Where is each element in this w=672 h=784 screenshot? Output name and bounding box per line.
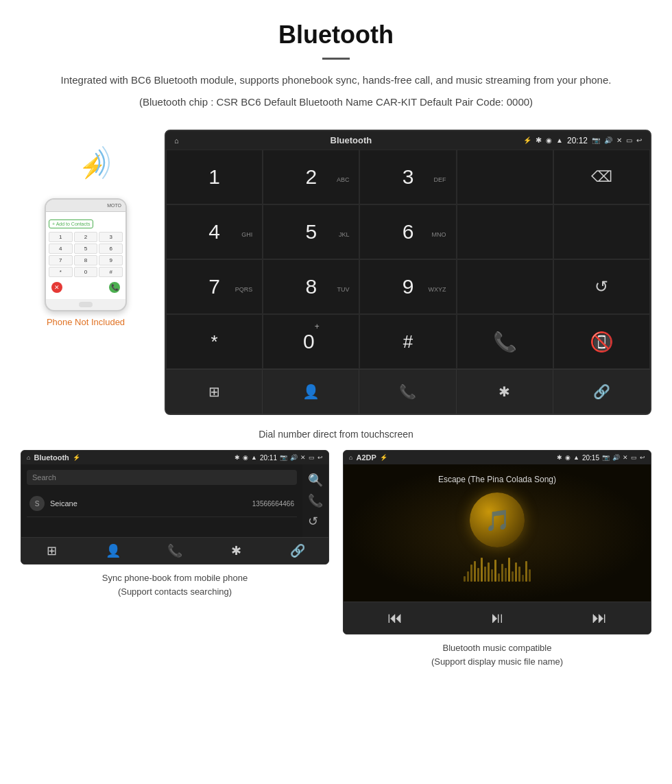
dial-key-2[interactable]: 2 ABC [263,150,359,204]
phone-call-button: 📞 [109,282,120,293]
pb-user-icon[interactable]: 👤 [83,543,145,558]
dial-empty-2 [457,204,553,259]
music-content: Escape (The Pina Colada Song) 🎵 [344,464,651,602]
contact-letter: S [29,496,45,511]
svg-text:⚡: ⚡ [79,154,106,180]
play-pause-button[interactable]: ⏯ [446,609,548,627]
signal-icon: ▲ [556,136,563,144]
music-card: ⌂ A2DP ⚡ ✱ ◉ ▲ 20:15 📷 🔊 ✕ ▭ ↩ [343,450,651,675]
phonebook-body: Search S Seicane 13566664466 🔍 📞 ↺ [21,464,328,537]
dial-key-8[interactable]: 8 TUV [263,259,359,314]
dialpad-bottom-grid-icon[interactable]: ⊞ [166,370,263,414]
pb-vol-icon: 🔊 [290,454,298,461]
music-controls: ⏮ ⏯ ⏭ [344,602,651,634]
music-song-title: Escape (The Pina Colada Song) [438,475,556,484]
phone-key-4: 4 [49,243,73,254]
phonebook-caption-line1: Sync phone-book from mobile phone [102,571,248,585]
search-side-icon[interactable]: 🔍 [305,470,326,490]
dialpad-bottom-link-icon[interactable]: 🔗 [553,370,650,414]
music-screen-title: A2DP [356,453,376,462]
pb-bt-bottom-icon[interactable]: ✱ [206,543,267,558]
phonebook-bottom-bar: ⊞ 👤 📞 ✱ 🔗 [21,537,328,564]
phonebook-search-bar[interactable]: Search [27,470,297,485]
phone-key-star: * [49,267,73,277]
phone-key-hash: # [99,267,123,277]
music-win-icon: ▭ [631,454,637,461]
phone-key-1: 1 [49,232,73,242]
phone-key-6: 6 [99,243,123,254]
pb-win-icon: ▭ [309,454,315,461]
dial-empty-1 [457,150,553,204]
dial-refresh[interactable]: ↺ [553,259,650,314]
dialpad-bottom-bar: ⊞ 👤 📞 ✱ 🔗 [166,369,650,414]
music-caption-line2: (Support display music file name) [431,655,563,669]
status-left-icons: ⌂ [174,136,179,145]
pb-phone-icon[interactable]: 📞 [144,543,206,558]
phone-home-button [79,302,93,307]
usb-icon: ⚡ [523,136,531,144]
prev-track-button[interactable]: ⏮ [344,609,446,627]
phonebook-caption: Sync phone-book from mobile phone (Suppo… [99,565,251,605]
phonebook-status-bar: ⌂ Bluetooth ⚡ ✱ ◉ ▲ 20:11 📷 🔊 ✕ ▭ ↩ [21,451,328,464]
pb-cam-icon: 📷 [280,454,287,461]
page-title: Bluetooth [27,21,645,49]
music-sig-icon: ▲ [573,454,579,461]
phonebook-caption-line2: (Support contacts searching) [102,585,248,599]
music-note-icon: 🎵 [485,508,510,532]
music-usb-icon: ⚡ [380,454,387,461]
phone-mockup: MOTO + Add to Contacts 1 2 3 4 5 6 7 8 9… [45,198,127,311]
home-icon: ⌂ [174,136,179,145]
pb-grid-icon[interactable]: ⊞ [21,543,83,558]
dial-call-red[interactable]: 📵 [553,314,650,369]
phone-key-0: 0 [74,267,98,277]
phone-bottom-row: ✕ 📞 [49,280,123,295]
pb-loc-icon: ◉ [243,454,248,461]
dial-key-star[interactable]: * [166,314,263,369]
header-divider [322,58,350,60]
phone-key-8: 8 [74,255,98,265]
dial-key-3[interactable]: 3 DEF [359,150,456,204]
header-specs: (Bluetooth chip : CSR BC6 Default Blueto… [27,94,645,110]
dialpad-caption: Dial number direct from touchscreen [0,422,672,450]
header-description: Integrated with BC6 Bluetooth module, su… [27,72,645,88]
dial-call-green[interactable]: 📞 [457,314,553,369]
dial-key-5[interactable]: 5 JKL [263,204,359,259]
phone-key-9: 9 [99,255,123,265]
music-loc-icon: ◉ [565,454,571,461]
dialpad-bottom-contacts-icon[interactable]: 👤 [263,370,359,414]
bluetooth-signal-icon: ⚡ [58,143,113,191]
dial-empty-4 [457,259,553,314]
dial-backspace[interactable]: ⌫ [553,150,650,204]
pb-back-icon: ↩ [317,454,323,461]
dial-key-hash[interactable]: # [359,314,456,369]
phone-key-7: 7 [49,255,73,265]
pb-x-icon: ✕ [300,454,306,461]
dial-key-4[interactable]: 4 GHI [166,204,263,259]
pb-status-right: ✱ ◉ ▲ 20:11 📷 🔊 ✕ ▭ ↩ [235,454,323,462]
music-status-bar: ⌂ A2DP ⚡ ✱ ◉ ▲ 20:15 📷 🔊 ✕ ▭ ↩ [344,451,651,464]
album-art: 🎵 [470,492,525,547]
music-caption: Bluetooth music compatible (Support disp… [428,634,566,675]
contact-name: Seicane [50,499,252,508]
phone-key-5: 5 [74,243,98,254]
dial-key-7[interactable]: 7 PQRS [166,259,263,314]
pb-link-icon[interactable]: 🔗 [267,543,328,558]
dial-key-6[interactable]: 6 MNO [359,204,456,259]
dial-key-0[interactable]: 0 + [263,314,359,369]
time-display: 20:12 [567,136,588,145]
dial-key-1[interactable]: 1 [166,150,263,204]
dialpad-bottom-phone-icon[interactable]: 📞 [359,370,456,414]
call-side-icon[interactable]: 📞 [305,490,326,511]
camera-icon: 📷 [592,136,600,144]
contact-row: S Seicane 13566664466 [27,490,297,517]
music-cam-icon: 📷 [602,454,610,461]
dialpad-car-screen: ⌂ Bluetooth ⚡ ✱ ◉ ▲ 20:12 📷 🔊 ✕ ▭ ↩ 1 [165,130,651,415]
music-vol-icon: 🔊 [612,454,620,461]
dial-key-9[interactable]: 9 WXYZ [359,259,456,314]
phone-container: ⚡ MOTO + Add to Contacts 1 2 3 4 5 [21,130,151,327]
phone-add-contacts-btn: + Add to Contacts [49,219,93,228]
phonebook-screen: ⌂ Bluetooth ⚡ ✱ ◉ ▲ 20:11 📷 🔊 ✕ ▭ ↩ [21,450,329,565]
next-track-button[interactable]: ⏭ [549,609,651,627]
refresh-side-icon[interactable]: ↺ [305,511,326,532]
dialpad-bottom-bluetooth-icon[interactable]: ✱ [457,370,553,414]
